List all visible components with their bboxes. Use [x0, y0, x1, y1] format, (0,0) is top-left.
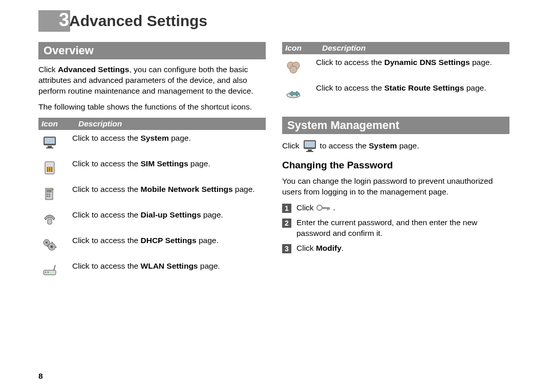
svg-point-27: [290, 66, 297, 73]
step-1: 1 Click .: [282, 203, 509, 213]
text: Click: [38, 65, 58, 74]
svg-rect-30: [305, 141, 315, 147]
table-header: Icon Description: [38, 118, 266, 130]
svg-rect-16: [48, 219, 52, 224]
svg-rect-1: [45, 138, 55, 144]
step-number: 2: [282, 219, 291, 228]
table-row: Click to access the Dynamic DNS Settings…: [282, 54, 509, 80]
right-column: Icon Description Click to access the Dyn…: [282, 42, 509, 284]
text-bold: Advanced Settings: [58, 65, 130, 74]
overview-heading: Overview: [38, 42, 266, 59]
system-management-heading: System Management: [282, 117, 509, 134]
chapter-title: Advanced Settings: [69, 12, 207, 30]
table-row: Click to access the Mobile Network Setti…: [38, 181, 266, 207]
svg-rect-2: [48, 146, 52, 147]
desc: Click to access the SIM Settings page.: [72, 159, 266, 169]
table-row: Click to access the DHCP Settings page.: [38, 232, 266, 258]
desc: Click to access the Dynamic DNS Settings…: [316, 57, 509, 68]
svg-point-20: [51, 245, 53, 248]
step-3: 3 Click Modify.: [282, 243, 509, 254]
table-row: Click to access the SIM Settings page.: [38, 156, 266, 181]
monitor-icon: [41, 134, 58, 150]
text: to access the System page.: [320, 140, 419, 151]
svg-rect-31: [308, 149, 312, 151]
left-column: Overview Click Advanced Settings, you ca…: [38, 42, 266, 284]
key-icon: [316, 203, 331, 213]
static-route-icon: [285, 84, 302, 100]
svg-point-11: [52, 188, 54, 190]
dhcp-icon: [41, 236, 58, 253]
changing-password-para: You can change the login password to pre…: [282, 176, 509, 198]
step-text: Click .: [296, 203, 335, 213]
desc: Click to access the DHCP Settings page.: [72, 235, 266, 246]
svg-rect-35: [327, 207, 328, 210]
system-click-line: Click to access the System page.: [282, 139, 509, 153]
desc: Click to access the System page.: [72, 133, 266, 144]
col-desc-header: Description: [319, 42, 509, 54]
svg-rect-3: [46, 147, 53, 148]
step-number: 1: [282, 204, 291, 213]
overview-para-2: The following table shows the functions …: [38, 102, 266, 113]
monitor-icon: [302, 139, 318, 153]
table-row: Click to access the WLAN Settings page.: [38, 258, 266, 284]
table-row: Click to access the Dial-up Settings pag…: [38, 207, 266, 232]
overview-para-1: Click Advanced Settings, you can configu…: [38, 64, 266, 97]
step-2: 2 Enter the current password, and then e…: [282, 217, 509, 239]
svg-point-18: [46, 242, 48, 244]
svg-rect-15: [49, 195, 50, 197]
svg-rect-10: [47, 189, 52, 192]
svg-rect-32: [306, 151, 313, 152]
desc: Click to access the Static Route Setting…: [316, 83, 509, 94]
table-row: Click to access the Static Route Setting…: [282, 80, 509, 105]
col-icon-header: Icon: [282, 42, 319, 54]
svg-point-24: [48, 271, 49, 273]
svg-rect-13: [49, 193, 50, 195]
desc: Click to access the Dial-up Settings pag…: [72, 210, 266, 221]
svg-line-22: [54, 265, 55, 270]
step-text: Enter the current password, and then ent…: [296, 217, 509, 239]
page-number: 8: [38, 372, 43, 381]
svg-rect-14: [47, 195, 48, 197]
svg-rect-12: [47, 193, 48, 195]
chapter-header: 3 Advanced Settings: [38, 10, 509, 32]
col-desc-header: Description: [75, 118, 266, 130]
changing-password-heading: Changing the Password: [282, 160, 509, 171]
desc: Click to access the Mobile Network Setti…: [72, 184, 266, 195]
mobile-network-icon: [41, 185, 58, 202]
svg-point-33: [317, 205, 322, 210]
text: Click: [282, 140, 300, 151]
svg-point-23: [45, 271, 47, 273]
step-text: Click Modify.: [296, 243, 344, 254]
table-row: Click to access the System page.: [38, 130, 266, 156]
sim-icon: [41, 160, 58, 176]
dns-globe-icon: [285, 58, 302, 75]
svg-rect-36: [329, 207, 330, 210]
dialup-icon: [41, 211, 58, 227]
desc: Click to access the WLAN Settings page.: [72, 261, 266, 272]
col-icon-header: Icon: [38, 118, 75, 130]
table-header: Icon Description: [282, 42, 509, 54]
chapter-number: 3: [38, 10, 70, 32]
wlan-router-icon: [41, 262, 58, 278]
step-number: 3: [282, 244, 291, 253]
